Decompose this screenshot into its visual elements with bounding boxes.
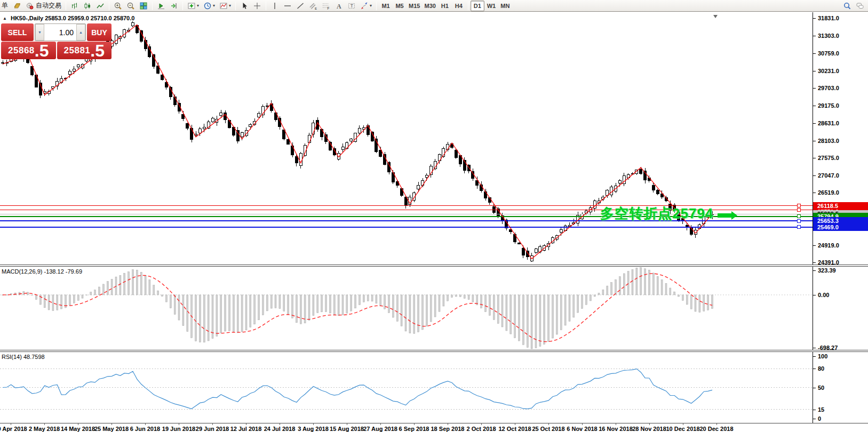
bar-chart-button[interactable] [68, 1, 81, 11]
toolbar-partial-label: 单 [2, 1, 8, 10]
one-click-toggle-icon[interactable]: ▲ [3, 16, 7, 21]
timeframe-M30[interactable]: M30 [422, 1, 437, 11]
rsi-tick [813, 388, 816, 388]
price-tick [813, 36, 816, 36]
price-tick [813, 71, 816, 71]
timeframe-H4[interactable]: H4 [452, 1, 466, 11]
price-tick [813, 245, 816, 246]
timeframe-M15[interactable]: M15 [407, 1, 422, 11]
price-tick-label: 30759.0 [818, 50, 839, 57]
auto-scroll-button[interactable] [155, 1, 168, 11]
fibonacci-tool[interactable]: F [320, 1, 332, 11]
chart-shift-button[interactable] [168, 1, 180, 11]
trendline-tool[interactable] [294, 1, 307, 11]
date-label: 16 Nov 2018 [599, 426, 633, 432]
buy-button[interactable]: BUY [87, 23, 112, 41]
zigzag-line[interactable] [3, 25, 712, 259]
equidistant-channel-tool[interactable]: E [307, 1, 320, 11]
price-tick [813, 88, 816, 89]
timeframe-M1[interactable]: M1 [379, 1, 393, 11]
dropdown-caret-icon[interactable]: ▾ [229, 3, 231, 8]
candlestick-chart-button[interactable] [81, 1, 94, 11]
text-tool[interactable]: A [332, 1, 345, 11]
volume-input[interactable]: 1.00 [44, 24, 76, 41]
hline-handle[interactable] [797, 204, 800, 207]
macd-pane[interactable]: MACD(12,26,9) -138.12 -79.69 [0, 267, 813, 350]
price-tick-label: 31831.0 [818, 15, 839, 21]
timeframe-M5[interactable]: M5 [393, 1, 407, 11]
periods-button[interactable]: ▾ [201, 1, 217, 11]
timeframe-MN[interactable]: MN [498, 1, 512, 11]
rsi-tick-label: 15 [818, 406, 824, 413]
price-tick-label: 28631.0 [818, 120, 839, 126]
toolbar-separator [376, 2, 377, 10]
search-button[interactable] [841, 1, 854, 11]
rsi-tick [813, 356, 816, 357]
rsi-canvas[interactable] [0, 352, 813, 423]
zoom-in-icon [114, 2, 122, 10]
vertical-line-tool[interactable] [268, 1, 281, 11]
search-icon [843, 2, 851, 10]
toolbar: 单自动交易▾▾▾EFAT▾M1M5M15M30H1H4D1W1MN [0, 0, 868, 12]
timeframe-D1[interactable]: D1 [471, 1, 484, 11]
hline-handle[interactable] [797, 208, 800, 211]
svg-text:T: T [351, 3, 353, 8]
toolbar-separator [468, 2, 468, 10]
arrows-tool[interactable]: ▾ [358, 1, 374, 11]
pane-divider-macd[interactable] [0, 265, 868, 267]
main-chart-pane[interactable]: ▲ HK50-,Daily 25853.0 25959.0 25710.0 25… [0, 12, 813, 265]
order-book-button[interactable] [11, 1, 23, 11]
pane-divider-rsi[interactable] [0, 350, 868, 352]
hline-handle[interactable] [797, 215, 800, 218]
price-tick [813, 262, 816, 263]
ask-price-panel[interactable]: 25881.5 [57, 42, 112, 59]
rsi-tick [813, 419, 816, 419]
text-icon: A [335, 2, 343, 10]
crosshair-tool[interactable] [251, 1, 264, 11]
date-label: 27 Aug 2018 [363, 426, 397, 432]
zoom-out-button[interactable] [124, 1, 137, 11]
toolbar-separator [66, 2, 66, 10]
templates-icon [219, 2, 228, 10]
dropdown-caret-icon[interactable]: ▾ [213, 3, 215, 8]
chart-annotation[interactable]: 多空转折点25794 [600, 204, 737, 223]
macd-canvas[interactable] [0, 267, 813, 350]
dropdown-caret-icon[interactable]: ▾ [370, 3, 372, 8]
main-chart-canvas[interactable] [0, 12, 813, 265]
line-chart-button[interactable] [94, 1, 107, 11]
price-tick-label: 26519.0 [818, 189, 839, 196]
bid-price-main: 25868 [8, 45, 35, 56]
cursor-tool[interactable] [238, 1, 251, 11]
date-label: 6 Sep 2018 [399, 426, 429, 432]
indicators-button[interactable]: ▾ [185, 1, 201, 11]
bid-price-panel[interactable]: 25868.5 [1, 42, 56, 59]
date-label: 24 Jul 2018 [264, 426, 296, 432]
tile-windows-button[interactable] [137, 1, 150, 11]
dropdown-caret-icon[interactable]: ▾ [197, 3, 199, 8]
timeframe-W1[interactable]: W1 [484, 1, 498, 11]
timeframe-H1[interactable]: H1 [438, 1, 452, 11]
text-label-icon: T [347, 2, 356, 10]
hline-handle[interactable] [797, 219, 800, 222]
autotrade-button[interactable]: 自动交易 [23, 1, 63, 11]
text-label-tool[interactable]: T [345, 1, 358, 11]
chat-button[interactable] [854, 1, 866, 11]
ask-price-main: 25881 [64, 45, 91, 56]
rsi-pane[interactable]: RSI(14) 48.7598 [0, 352, 813, 423]
time-axis[interactable]: 19 Apr 20182 May 201814 May 201825 May 2… [0, 423, 868, 432]
horizontal-line-tool[interactable] [281, 1, 294, 11]
volume-decrease-button[interactable]: ▼ [35, 24, 44, 41]
price-axis[interactable]: 31831.031303.030759.030231.029703.029175… [813, 12, 868, 423]
date-label: 29 Jun 2018 [196, 426, 229, 432]
price-tick [813, 193, 816, 193]
chart-shift-marker [713, 15, 718, 18]
macd-tick-label: 323.39 [818, 267, 836, 274]
zoom-in-button[interactable] [112, 1, 124, 11]
hline-handle[interactable] [797, 226, 800, 229]
macd-signal-line [3, 274, 712, 342]
rsi-tick-label: 0 [818, 415, 821, 422]
volume-increase-button[interactable]: ▲ [76, 24, 85, 41]
chart-shift-icon [170, 2, 178, 10]
sell-button[interactable]: SELL [1, 23, 34, 41]
templates-button[interactable]: ▾ [217, 1, 233, 11]
